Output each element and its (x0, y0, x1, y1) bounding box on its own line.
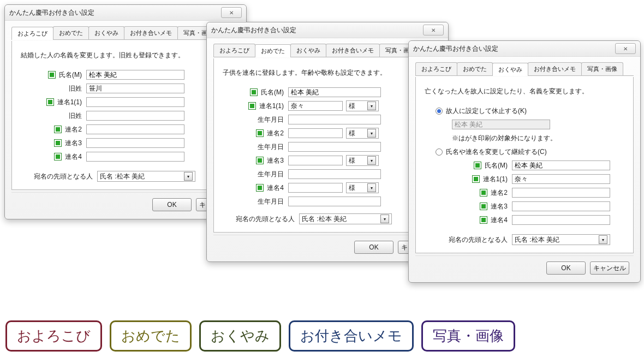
titlebar: かんたん慶弔お付き合い設定 ✕ (409, 41, 640, 57)
dialog-title: かんたん慶弔お付き合い設定 (9, 8, 221, 17)
label-r3: 連名3 (491, 202, 508, 211)
ok-button[interactable]: OK (354, 241, 393, 254)
input-readonly-name (452, 120, 550, 129)
input-dob-2[interactable] (288, 142, 381, 152)
ok-button[interactable]: OK (152, 198, 192, 211)
label-name: 氏名(M) (59, 70, 82, 80)
select-title-1[interactable]: 様▾ (346, 100, 379, 111)
chevron-down-icon[interactable]: ▾ (367, 183, 376, 192)
input-name[interactable] (86, 70, 184, 80)
input-r1[interactable] (288, 101, 343, 111)
tab-oyorokobi[interactable]: およろこび (11, 27, 53, 40)
input-maiden[interactable] (86, 84, 184, 93)
select-title-2[interactable]: 様▾ (346, 128, 379, 139)
label-r4: 連名4 (491, 216, 508, 225)
select-title-3[interactable]: 様▾ (346, 155, 379, 166)
label-maiden2: 旧姓 (69, 111, 82, 121)
tab-memo[interactable]: お付き合いメモ (326, 44, 380, 57)
tabstrip: およろこび おめでた おくやみ お付き合いメモ 写真・画像 (11, 26, 240, 40)
badge-okuyami: おくやみ (199, 320, 281, 352)
dialog-title: かんたん慶弔お付き合い設定 (413, 44, 615, 53)
tab-photo[interactable]: 写真・画像 (581, 62, 623, 75)
label-maiden: 旧姓 (69, 84, 82, 93)
input-r4[interactable] (288, 183, 343, 193)
tabstrip: およろこび おめでた おくやみ お付き合いメモ 写真・画像 (213, 44, 442, 57)
chevron-down-icon[interactable]: ▾ (184, 172, 193, 181)
radio-continue[interactable] (436, 148, 443, 156)
ok-button[interactable]: OK (546, 261, 586, 275)
input-dob-4[interactable] (288, 197, 381, 206)
close-icon[interactable]: ✕ (423, 25, 444, 35)
input-r3[interactable] (86, 138, 184, 148)
close-icon[interactable]: ✕ (221, 7, 242, 18)
input-name[interactable] (288, 87, 381, 97)
input-maiden2[interactable] (86, 111, 184, 121)
tab-omedeta[interactable]: おめでた (457, 62, 493, 75)
tab-okuyami[interactable]: おくやみ (88, 26, 124, 39)
tab-message: 子供を連名に登録します。年齢や敬称も設定できます。 (223, 68, 432, 78)
input-r1[interactable] (512, 174, 610, 184)
label-dob: 生年月日 (258, 142, 284, 152)
radio-deceased[interactable] (436, 108, 443, 115)
tab-omedeta[interactable]: おめでた (53, 26, 89, 39)
label-r1: 連名1(1) (259, 102, 284, 111)
select-head[interactable]: 氏名 :松本 美紀▾ (299, 213, 392, 224)
select-title-4[interactable]: 様▾ (346, 182, 379, 193)
input-r3[interactable] (288, 156, 343, 165)
bottom-badges: およろこび おめでた おくやみ お付き合いメモ 写真・画像 (5, 320, 639, 352)
chevron-down-icon[interactable]: ▾ (367, 129, 376, 138)
input-r4[interactable] (512, 215, 610, 225)
input-dob-1[interactable] (288, 115, 381, 124)
label-head: 宛名の先頭となる人 (449, 235, 508, 245)
tab-okuyami[interactable]: おくやみ (492, 63, 528, 76)
input-r3[interactable] (512, 201, 610, 211)
input-r2[interactable] (288, 128, 343, 138)
tab-memo[interactable]: お付き合いメモ (124, 26, 178, 39)
label-r1: 連名1(1) (57, 98, 82, 107)
label-r3: 連名3 (267, 156, 284, 165)
tab-oyorokobi[interactable]: およろこび (213, 44, 255, 57)
marker-icon (256, 184, 264, 192)
select-head-value: 氏名 :松本 美紀 (100, 172, 145, 181)
select-head[interactable]: 氏名 :松本 美紀▾ (97, 171, 195, 182)
tab-memo[interactable]: お付き合いメモ (528, 62, 582, 75)
dialog-okuyami: かんたん慶弔お付き合い設定 ✕ およろこび おめでた おくやみ お付き合いメモ … (408, 40, 641, 283)
label-head: 宛名の先頭となる人 (236, 215, 295, 224)
input-r2[interactable] (86, 124, 184, 134)
input-r1[interactable] (86, 97, 184, 107)
marker-icon (480, 189, 487, 197)
input-name[interactable] (512, 160, 610, 170)
chevron-down-icon[interactable]: ▾ (367, 156, 376, 165)
chevron-down-icon[interactable]: ▾ (367, 102, 376, 110)
chevron-down-icon[interactable]: ▾ (380, 215, 389, 223)
tab-okuyami[interactable]: おくやみ (290, 44, 326, 57)
label-r2: 連名2 (65, 125, 82, 134)
cancel-button[interactable]: キャンセル (590, 261, 629, 275)
label-r3: 連名3 (65, 139, 82, 148)
dialog-title: かんたん慶弔お付き合い設定 (211, 26, 423, 35)
select-title-1-value: 様 (349, 102, 355, 111)
label-dob: 生年月日 (258, 115, 284, 124)
tab-omedeta[interactable]: おめでた (255, 44, 291, 57)
select-title-2-value: 様 (349, 129, 355, 138)
badge-oyorokobi: およろこび (5, 320, 102, 352)
input-r2[interactable] (512, 188, 610, 198)
tab-oyorokobi[interactable]: およろこび (415, 62, 457, 75)
select-head[interactable]: 氏名 :松本 美紀▾ (512, 234, 610, 245)
chevron-down-icon[interactable]: ▾ (599, 235, 607, 244)
marker-icon (248, 102, 256, 110)
marker-icon (474, 162, 481, 169)
marker-icon (256, 157, 264, 164)
marker-icon (46, 98, 54, 106)
label-opt2: 氏名や連名を変更して継続する(C) (446, 147, 547, 157)
select-head-value: 氏名 :松本 美紀 (302, 215, 347, 224)
input-r4[interactable] (86, 152, 184, 162)
label-r1: 連名1(1) (483, 175, 508, 184)
tab-message: 亡くなった人を故人に設定したり、名義を変更します。 (425, 87, 624, 96)
label-opt1: 故人に設定して休止する(K) (446, 106, 527, 116)
input-dob-3[interactable] (288, 169, 381, 179)
select-title-3-value: 様 (349, 156, 355, 165)
label-r2: 連名2 (491, 188, 508, 198)
badge-memo: お付き合いメモ (289, 320, 414, 352)
close-icon[interactable]: ✕ (615, 43, 636, 54)
